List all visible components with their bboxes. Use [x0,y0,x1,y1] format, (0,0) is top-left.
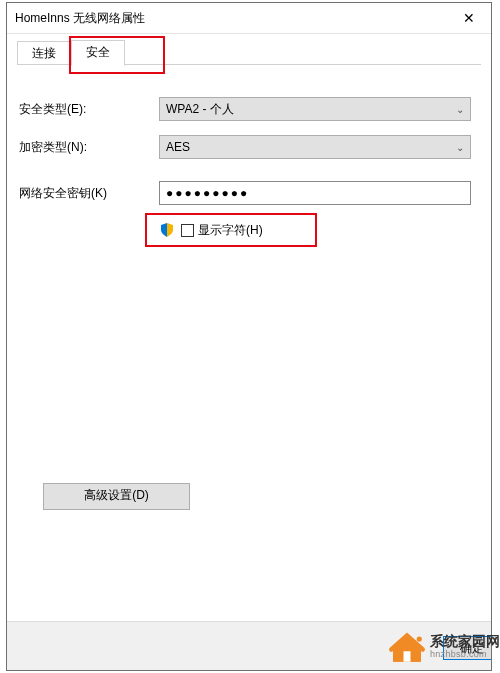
input-key-value: ●●●●●●●●● [166,186,249,200]
label-security-type: 安全类型(E): [19,101,159,118]
watermark-cn: 系统家园网 [430,633,500,649]
svg-rect-1 [404,651,411,662]
combo-encryption-value: AES [166,140,190,154]
watermark-en: hnzhbsb.com [430,649,500,659]
input-key[interactable]: ●●●●●●●●● [159,181,471,205]
tab-strip: 连接 安全 [17,40,481,65]
titlebar: HomeInns 无线网络属性 ✕ [7,3,491,34]
close-button[interactable]: ✕ [447,3,491,32]
close-icon: ✕ [463,10,475,26]
tab-connect[interactable]: 连接 [17,41,71,65]
combo-security-type[interactable]: WPA2 - 个人 ⌄ [159,97,471,121]
row-encryption: 加密类型(N): AES ⌄ [19,135,471,159]
advanced-settings-label: 高级设置(D) [84,488,149,502]
watermark: 系统家园网 hnzhbsb.com [386,625,500,667]
advanced-settings-button[interactable]: 高级设置(D) [43,483,190,510]
label-key: 网络安全密钥(K) [19,185,159,202]
chevron-down-icon: ⌄ [456,104,464,115]
combo-security-type-value: WPA2 - 个人 [166,101,234,118]
chevron-down-icon: ⌄ [456,142,464,153]
row-security-type: 安全类型(E): WPA2 - 个人 ⌄ [19,97,471,121]
tab-connect-label: 连接 [32,46,56,60]
combo-encryption[interactable]: AES ⌄ [159,135,471,159]
row-show-chars: 显示字符(H) [159,219,471,241]
tab-security-label: 安全 [86,45,110,59]
client-area: 连接 安全 安全类型(E): WPA2 - 个人 ⌄ 加密类型(N): AES … [7,34,491,261]
row-key: 网络安全密钥(K) ●●●●●●●●● [19,181,471,205]
checkbox-show-chars[interactable] [181,224,194,237]
watermark-text: 系统家园网 hnzhbsb.com [430,633,500,659]
label-encryption: 加密类型(N): [19,139,159,156]
shield-icon [159,222,175,238]
tab-security[interactable]: 安全 [71,40,125,66]
dialog-window: HomeInns 无线网络属性 ✕ 连接 安全 安全类型(E): WPA2 - … [6,2,492,671]
house-icon [386,625,428,667]
svg-point-2 [417,636,422,641]
label-show-chars: 显示字符(H) [198,222,263,239]
form-area: 安全类型(E): WPA2 - 个人 ⌄ 加密类型(N): AES ⌄ 网络安全… [17,65,481,251]
window-title: HomeInns 无线网络属性 [15,10,145,27]
